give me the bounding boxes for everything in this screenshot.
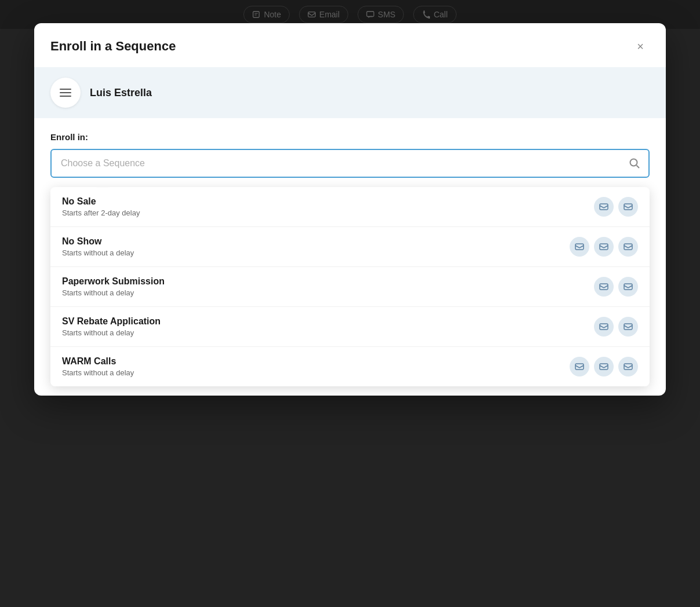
search-wrapper — [50, 149, 650, 178]
sequence-icons — [594, 317, 638, 337]
close-icon: × — [637, 40, 644, 53]
sequence-info: WARM Calls Starts without a delay — [62, 356, 570, 377]
modal-header: Enroll in a Sequence × — [34, 23, 666, 67]
sequence-delay: Starts without a delay — [62, 248, 570, 257]
sequence-search-input[interactable] — [52, 150, 648, 177]
search-icon — [629, 158, 640, 169]
search-button[interactable] — [629, 158, 640, 169]
contact-name: Luis Estrella — [90, 87, 152, 99]
sequence-item-paperwork[interactable]: Paperwork Submission Starts without a de… — [50, 267, 650, 307]
sequence-item-sv-rebate[interactable]: SV Rebate Application Starts without a d… — [50, 307, 650, 347]
email-step-icon-2 — [618, 277, 638, 297]
enroll-section: Enroll in: — [34, 118, 666, 187]
sequence-dropdown: No Sale Starts after 2-day delay No Show… — [50, 187, 650, 386]
sequence-item-warm-calls[interactable]: WARM Calls Starts without a delay — [50, 347, 650, 386]
modal-title: Enroll in a Sequence — [50, 39, 176, 54]
email-step-icon-1 — [594, 197, 614, 217]
sequence-item-no-sale[interactable]: No Sale Starts after 2-day delay — [50, 187, 650, 227]
sequence-info: SV Rebate Application Starts without a d… — [62, 316, 594, 337]
sequence-delay: Starts without a delay — [62, 368, 570, 377]
enroll-sequence-modal: Enroll in a Sequence × Luis Estrella Enr… — [34, 23, 666, 396]
sequence-icons — [570, 357, 638, 376]
menu-icon — [60, 89, 71, 97]
sequence-icons — [594, 197, 638, 217]
email-step-icon-2 — [594, 237, 614, 257]
email-step-icon-3 — [618, 237, 638, 257]
sequence-name: No Show — [62, 236, 570, 247]
sequence-info: No Sale Starts after 2-day delay — [62, 196, 594, 217]
email-step-icon-2 — [618, 197, 638, 217]
email-step-icon-1 — [594, 317, 614, 337]
sequence-delay: Starts without a delay — [62, 328, 594, 337]
sequence-icons — [570, 237, 638, 257]
enroll-label: Enroll in: — [50, 132, 650, 142]
sequence-name: Paperwork Submission — [62, 276, 594, 287]
sequence-info: Paperwork Submission Starts without a de… — [62, 276, 594, 297]
sequence-item-no-show[interactable]: No Show Starts without a delay — [50, 227, 650, 267]
sequence-icons — [594, 277, 638, 297]
email-step-icon-3 — [618, 357, 638, 376]
email-step-icon-2 — [618, 317, 638, 337]
sequence-name: WARM Calls — [62, 356, 570, 367]
email-step-icon-1 — [594, 277, 614, 297]
svg-point-5 — [630, 159, 637, 166]
sequence-name: SV Rebate Application — [62, 316, 594, 327]
sequence-delay: Starts after 2-day delay — [62, 209, 594, 217]
sequence-info: No Show Starts without a delay — [62, 236, 570, 257]
contact-bar: Luis Estrella — [34, 67, 666, 118]
sequence-delay: Starts without a delay — [62, 288, 594, 297]
svg-line-6 — [637, 166, 640, 169]
email-step-icon-1 — [570, 357, 589, 376]
email-step-icon-2 — [594, 357, 614, 376]
contact-avatar — [50, 78, 81, 108]
sequence-name: No Sale — [62, 196, 594, 207]
modal-bottom — [34, 386, 666, 396]
modal-overlay: Enroll in a Sequence × Luis Estrella Enr… — [0, 0, 700, 607]
close-button[interactable]: × — [631, 37, 650, 56]
email-step-icon-1 — [570, 237, 589, 257]
